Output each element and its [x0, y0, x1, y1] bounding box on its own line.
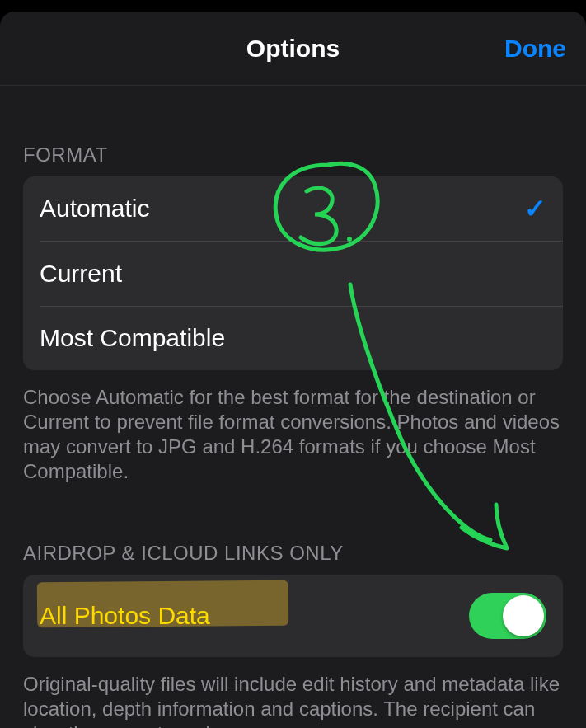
format-option-most-compatible[interactable]: Most Compatible [23, 306, 563, 370]
switch-knob [503, 595, 544, 636]
format-group: Automatic ✓ Current Most Compatible [23, 176, 563, 370]
format-option-label: Automatic [40, 195, 149, 223]
airdrop-footer: Original-quality files will include edit… [23, 672, 563, 728]
all-photos-data-row[interactable]: All Photos Data [23, 575, 563, 657]
all-photos-data-switch[interactable] [469, 593, 546, 639]
airdrop-section-header: AIRDROP & ICLOUD LINKS ONLY [23, 542, 563, 565]
all-photos-data-label: All Photos Data [40, 602, 210, 630]
airdrop-group: All Photos Data [23, 575, 563, 657]
format-option-label: Most Compatible [40, 324, 225, 352]
format-section-header: FORMAT [23, 143, 563, 167]
format-option-label: Current [40, 260, 122, 288]
format-footer: Choose Automatic for the best format for… [23, 385, 563, 484]
nav-bar: Options Done [0, 12, 586, 86]
checkmark-icon: ✓ [524, 195, 546, 222]
format-option-automatic[interactable]: Automatic ✓ [23, 176, 563, 241]
page-title: Options [246, 35, 340, 63]
done-button[interactable]: Done [504, 35, 566, 63]
format-option-current[interactable]: Current [23, 242, 563, 306]
